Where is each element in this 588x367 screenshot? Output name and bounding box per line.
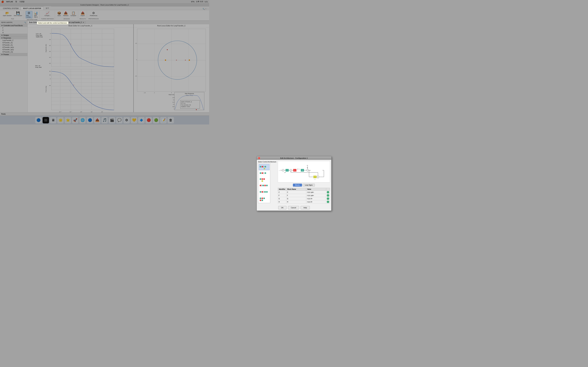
- modal-overlay: ✕ Edit Architecture - Configuration 1 Se…: [0, 0, 209, 132]
- architecture-tooltip: Select and edit the control architecture…: [37, 21, 69, 25]
